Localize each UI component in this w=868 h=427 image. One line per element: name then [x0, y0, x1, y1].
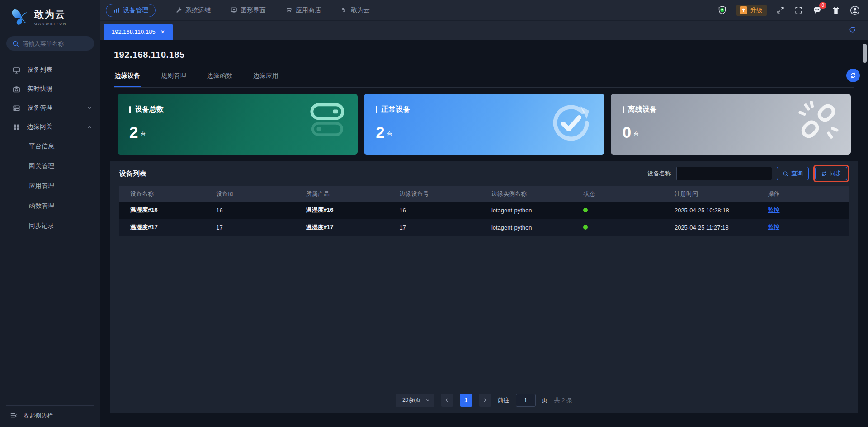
- pagination-bar: 20条/页 1 前往 页 共 2 条: [110, 387, 858, 413]
- col-actions: 操作: [757, 190, 849, 198]
- collapse-sidebar-button[interactable]: 收起侧边栏: [6, 405, 94, 427]
- page-unit-label: 页: [542, 396, 548, 404]
- next-page-button[interactable]: [479, 394, 491, 407]
- query-label: 查询: [791, 169, 803, 178]
- nav-item-app-store[interactable]: 应用商店: [286, 6, 321, 14]
- device-name-input[interactable]: [676, 167, 772, 180]
- frame-capture-icon[interactable]: [794, 6, 803, 14]
- cell-edge-device-no: 16: [388, 207, 481, 214]
- table-row[interactable]: 温湿度#17 17 温湿度#17 17 iotagent-python 2025…: [119, 219, 849, 236]
- device-list-title: 设备列表: [119, 169, 146, 178]
- tab-edge-device[interactable]: 边缘设备: [114, 69, 141, 87]
- search-icon: [12, 40, 19, 47]
- nav-item-graphic-ui[interactable]: 图形界面: [231, 6, 266, 14]
- menu-search-input[interactable]: [23, 40, 86, 47]
- close-icon[interactable]: ✕: [160, 29, 165, 35]
- card-title: 正常设备: [381, 105, 410, 114]
- route-tab-label: 192.168.110.185: [112, 28, 156, 35]
- col-register-time: 注册时间: [664, 190, 757, 198]
- device-table: 设备名称 设备Id 所属产品 边缘设备号 边缘实例名称 状态 注册时间 操作 温…: [119, 186, 849, 236]
- vertical-scrollbar[interactable]: [863, 44, 867, 63]
- monitor-link[interactable]: 监控: [768, 206, 779, 213]
- submenu-label: 同步记录: [29, 222, 54, 230]
- col-product: 所属产品: [295, 190, 389, 198]
- sync-check-icon: [549, 100, 593, 147]
- sidebar-subitem-app-manage[interactable]: 应用管理: [0, 176, 100, 196]
- nav-item-label: 设备管理: [123, 6, 148, 14]
- tab-rule-manage[interactable]: 规则管理: [160, 69, 187, 87]
- current-page-button[interactable]: 1: [460, 394, 472, 407]
- sync-refresh-button[interactable]: [846, 69, 860, 82]
- camera-icon: [13, 85, 20, 93]
- nav-item-device-manage[interactable]: 设备管理: [106, 4, 156, 17]
- columns-icon: [113, 7, 120, 14]
- sidebar-item-label: 设备列表: [27, 66, 52, 74]
- col-device-id: 设备Id: [205, 190, 295, 198]
- page-title: 192.168.110.185: [114, 50, 858, 60]
- nav-item-ganweiyun[interactable]: 敢为云: [341, 6, 370, 14]
- status-online-dot: [583, 225, 588, 230]
- tab-edge-function[interactable]: 边缘函数: [206, 69, 233, 87]
- cell-register-time: 2025-04-25 10:28:18: [664, 207, 757, 214]
- card-title: 离线设备: [628, 105, 657, 114]
- collapse-sidebar-icon: [10, 412, 17, 419]
- status-online-dot: [583, 208, 588, 212]
- cell-device-name: 温湿度#17: [119, 223, 205, 231]
- card-total-devices: 设备总数 2台: [118, 94, 358, 155]
- sidebar-subitem-sync-record[interactable]: 同步记录: [0, 216, 100, 236]
- messages-icon[interactable]: 0: [812, 5, 822, 15]
- action-highlight-box: 同步: [813, 165, 849, 182]
- page-size-select[interactable]: 20条/页: [396, 394, 434, 407]
- title-bar: [376, 106, 377, 113]
- col-status: 状态: [572, 190, 664, 198]
- butterfly-mini-icon: [341, 7, 348, 14]
- store-icon: [286, 7, 292, 14]
- card-online-devices: 正常设备 2台: [364, 94, 604, 155]
- menu-search-box[interactable]: [6, 36, 94, 51]
- tab-edge-app[interactable]: 边缘应用: [252, 69, 279, 87]
- brand-name: 敢为云: [34, 8, 67, 21]
- fullscreen-icon[interactable]: [776, 6, 785, 14]
- card-title: 设备总数: [135, 105, 164, 114]
- sidebar-item-label: 边缘网关: [27, 123, 52, 131]
- cell-edge-device-no: 17: [388, 224, 481, 231]
- sidebar-subitem-gateway-manage[interactable]: 网关管理: [0, 156, 100, 176]
- chevron-down-icon: [425, 398, 430, 403]
- sidebar-subitem-platform-info[interactable]: 平台信息: [0, 136, 100, 156]
- toggle-switch-icon: [309, 102, 346, 139]
- nav-item-label: 图形界面: [241, 6, 266, 14]
- sidebar-item-device-list[interactable]: 设备列表: [0, 61, 100, 80]
- sidebar-subitem-function-manage[interactable]: 函数管理: [0, 196, 100, 216]
- query-button[interactable]: 查询: [777, 167, 809, 180]
- submenu-label: 平台信息: [29, 142, 54, 150]
- nav-item-label: 敢为云: [351, 6, 370, 14]
- chevron-down-icon: [87, 105, 92, 111]
- sidebar-menu: 设备列表 实时快照 设备管理 边缘网: [0, 61, 100, 236]
- route-tab-active[interactable]: 192.168.110.185 ✕: [104, 24, 173, 40]
- sidebar-item-snapshot[interactable]: 实时快照: [0, 80, 100, 99]
- user-avatar[interactable]: [850, 5, 860, 15]
- collapse-sidebar-label: 收起侧边栏: [24, 412, 53, 420]
- theme-shirt-icon[interactable]: [831, 6, 840, 15]
- sync-label: 同步: [830, 169, 841, 178]
- goto-page-input[interactable]: [516, 394, 536, 407]
- card-value: 2: [376, 124, 384, 140]
- security-shield-icon[interactable]: [717, 5, 727, 15]
- nav-item-label: 应用商店: [296, 6, 321, 14]
- sync-button[interactable]: 同步: [815, 167, 847, 180]
- refresh-icon[interactable]: [849, 26, 856, 33]
- table-row[interactable]: 温湿度#16 16 温湿度#16 16 iotagent-python 2025…: [119, 202, 849, 219]
- nav-item-system-ops[interactable]: 系统运维: [175, 6, 211, 14]
- monitor-link[interactable]: 监控: [768, 224, 779, 230]
- upgrade-icon: [740, 6, 747, 14]
- card-value: 2: [129, 124, 138, 140]
- main-area: 设备管理 系统运维 图形界面 应用商店 敢为云: [100, 0, 868, 427]
- stat-cards: 设备总数 2台 正常设备 2台: [118, 94, 851, 155]
- nav-item-label: 系统运维: [185, 6, 211, 14]
- prev-page-button[interactable]: [441, 394, 453, 407]
- col-edge-device-no: 边缘设备号: [388, 190, 481, 198]
- sidebar-item-device-manage[interactable]: 设备管理: [0, 99, 100, 117]
- sidebar: 敢为云 GANWEIYUN 设备列表 实时快照: [0, 0, 100, 427]
- upgrade-button[interactable]: 升级: [736, 5, 767, 16]
- sidebar-item-edge-gateway[interactable]: 边缘网关: [0, 117, 100, 136]
